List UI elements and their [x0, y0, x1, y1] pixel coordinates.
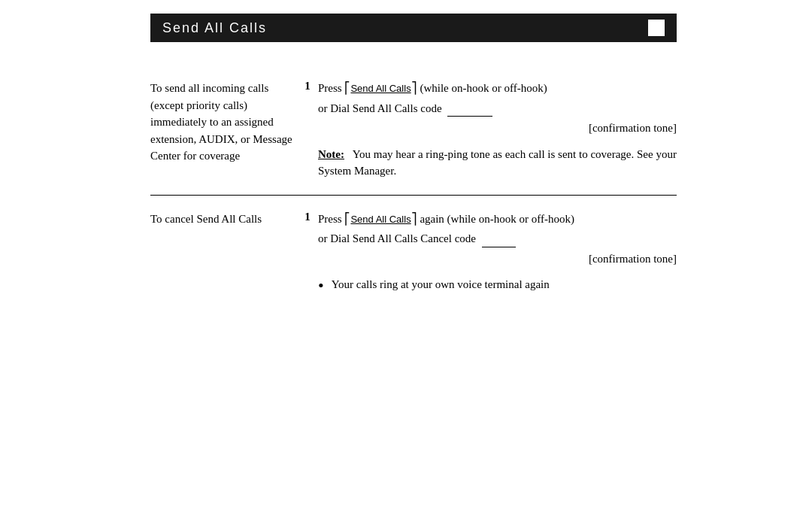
cancel-blank-line	[482, 247, 516, 247]
cancel-button-label: Send All Calls	[350, 214, 411, 225]
note-label: Note:	[318, 148, 344, 160]
cancel-bullet-text: Your calls ring at your own voice termin…	[332, 276, 550, 293]
send-section: To send all incoming calls (except prior…	[150, 65, 677, 196]
send-step-number: 1	[297, 80, 318, 93]
page-container: Send All Calls To send all incoming call…	[0, 14, 812, 528]
white-square-icon	[648, 20, 665, 36]
send-dial-line: or Dial Send All Calls code	[318, 100, 677, 117]
send-blank-line	[447, 116, 492, 117]
page-title: Send All Calls	[162, 20, 267, 36]
send-description: To send all incoming calls (except prior…	[150, 80, 297, 165]
cancel-bullet-item: • Your calls ring at your own voice term…	[318, 276, 677, 296]
header-bar: Send All Calls	[150, 14, 677, 42]
cancel-section: To cancel Send All Calls 1 Press ⎡Send A…	[150, 196, 677, 311]
cancel-confirmation-tone: [confirmation tone]	[318, 250, 677, 268]
cancel-step-number: 1	[297, 211, 318, 223]
content-area: To send all incoming calls (except prior…	[150, 65, 677, 311]
cancel-dial-line: or Dial Send All Calls Cancel code	[318, 230, 677, 247]
send-instructions: Press ⎡Send All Calls⎤ (while on-hook or…	[318, 80, 677, 180]
cancel-description: To cancel Send All Calls	[150, 211, 297, 228]
send-note: Note: You may hear a ring-ping tone as e…	[318, 146, 677, 180]
cancel-instructions: Press ⎡Send All Calls⎤ again (while on-h…	[318, 211, 677, 296]
send-button-label: Send All Calls	[350, 83, 411, 94]
cancel-press-line: Press ⎡Send All Calls⎤ again (while on-h…	[318, 211, 677, 228]
send-confirmation-tone: [confirmation tone]	[318, 120, 677, 137]
send-press-line: Press ⎡Send All Calls⎤ (while on-hook or…	[318, 80, 677, 97]
bullet-icon: •	[318, 276, 324, 296]
